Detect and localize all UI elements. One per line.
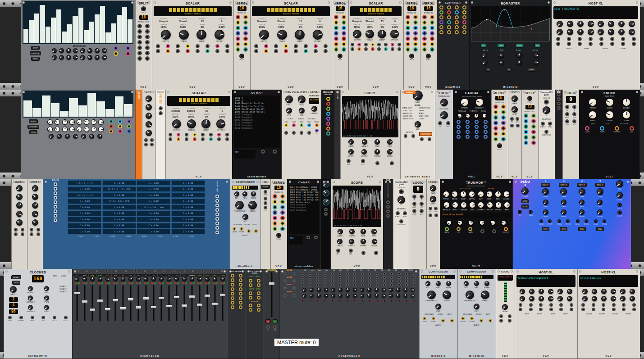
- knob[interactable]: [323, 190, 329, 196]
- button[interactable]: OUTPUTS: [419, 132, 432, 136]
- pan-knob[interactable]: [151, 277, 156, 282]
- knob[interactable]: [196, 30, 206, 40]
- port[interactable]: [501, 137, 506, 141]
- port[interactable]: [413, 273, 416, 275]
- knob[interactable]: [44, 295, 49, 300]
- port[interactable]: [484, 135, 488, 139]
- port[interactable]: [610, 42, 614, 46]
- pan-knob[interactable]: [213, 277, 217, 282]
- formula-cell[interactable]: C = 0.00: [171, 180, 205, 186]
- pan-knob[interactable]: [105, 277, 110, 282]
- port[interactable]: [589, 37, 593, 41]
- pan-knob[interactable]: [75, 277, 79, 282]
- port[interactable]: [413, 47, 418, 52]
- port[interactable]: [489, 319, 492, 323]
- port[interactable]: [342, 15, 346, 19]
- port[interactable]: [384, 47, 388, 51]
- formula-cell[interactable]: if X < Y+X , X/0: [137, 204, 170, 210]
- port[interactable]: [423, 317, 426, 320]
- scribble-strip[interactable]: -11-: [150, 274, 157, 277]
- port[interactable]: [105, 270, 108, 272]
- port[interactable]: [420, 202, 424, 206]
- knob[interactable]: [630, 296, 635, 301]
- knob[interactable]: [557, 21, 563, 27]
- port[interactable]: [413, 26, 418, 30]
- knob[interactable]: [616, 180, 623, 187]
- mute-button[interactable]: [136, 282, 138, 284]
- port[interactable]: [377, 43, 381, 46]
- formula-cell[interactable]: C = 0.00: [137, 199, 170, 204]
- port[interactable]: [409, 54, 414, 59]
- port[interactable]: [309, 276, 311, 279]
- knob[interactable]: [360, 294, 364, 298]
- port[interactable]: [429, 214, 432, 217]
- port[interactable]: [430, 26, 434, 30]
- port[interactable]: [283, 279, 287, 282]
- knob[interactable]: [440, 111, 448, 119]
- port[interactable]: [141, 6, 146, 11]
- knob[interactable]: [588, 21, 594, 27]
- port[interactable]: [529, 303, 533, 307]
- port[interactable]: [54, 205, 57, 209]
- knob[interactable]: [601, 296, 607, 301]
- knob[interactable]: [77, 119, 82, 125]
- knob[interactable]: [601, 289, 607, 294]
- knob[interactable]: [430, 196, 436, 202]
- port[interactable]: [368, 283, 371, 286]
- port[interactable]: [466, 135, 470, 139]
- port[interactable]: [324, 49, 328, 53]
- port[interactable]: [457, 227, 461, 231]
- knob[interactable]: [286, 108, 292, 114]
- solo-button[interactable]: [223, 282, 225, 284]
- port[interactable]: [316, 280, 319, 282]
- knob[interactable]: [324, 288, 328, 292]
- port[interactable]: [531, 135, 536, 140]
- knob[interactable]: [598, 29, 604, 35]
- port[interactable]: [257, 283, 260, 287]
- formula-cell[interactable]: C = 0.00: [68, 199, 101, 204]
- port[interactable]: [398, 273, 401, 275]
- knob[interactable]: [589, 98, 597, 106]
- port[interactable]: [21, 232, 24, 236]
- port[interactable]: [215, 195, 219, 198]
- knob[interactable]: [582, 289, 588, 294]
- port[interactable]: [118, 124, 122, 128]
- port[interactable]: [324, 273, 326, 275]
- port[interactable]: [501, 105, 506, 109]
- port[interactable]: [176, 49, 180, 53]
- knob[interactable]: [362, 139, 367, 145]
- port[interactable]: [361, 251, 365, 255]
- knob[interactable]: [331, 288, 335, 292]
- port[interactable]: [331, 273, 334, 275]
- port[interactable]: [145, 51, 150, 55]
- port[interactable]: [346, 283, 349, 286]
- button[interactable]: TRIG: [29, 130, 37, 134]
- port[interactable]: [430, 15, 434, 19]
- scribble-strip[interactable]: misc: [81, 274, 88, 277]
- port[interactable]: [309, 280, 311, 282]
- port[interactable]: [249, 291, 252, 295]
- formula-cell[interactable]: C = 0.00: [171, 211, 205, 216]
- mute-button[interactable]: [105, 282, 108, 284]
- formula-cell[interactable]: C = 0.00: [137, 229, 170, 234]
- port[interactable]: [377, 47, 381, 51]
- port[interactable]: [193, 137, 196, 141]
- knob[interactable]: [91, 127, 96, 132]
- port[interactable]: [405, 300, 408, 302]
- knob[interactable]: [277, 30, 287, 40]
- port[interactable]: [236, 26, 240, 30]
- port[interactable]: [383, 280, 386, 282]
- port[interactable]: [264, 190, 267, 194]
- port[interactable]: [231, 278, 234, 282]
- port[interactable]: [324, 44, 328, 48]
- knob[interactable]: [81, 134, 86, 139]
- port[interactable]: [447, 10, 451, 14]
- port[interactable]: [434, 214, 438, 217]
- port[interactable]: [156, 49, 160, 53]
- port[interactable]: [468, 227, 472, 231]
- port[interactable]: [300, 123, 303, 127]
- port[interactable]: [326, 107, 330, 111]
- scribble-strip[interactable]: -07-: [119, 274, 126, 277]
- port[interactable]: [326, 122, 330, 126]
- port[interactable]: [304, 44, 308, 48]
